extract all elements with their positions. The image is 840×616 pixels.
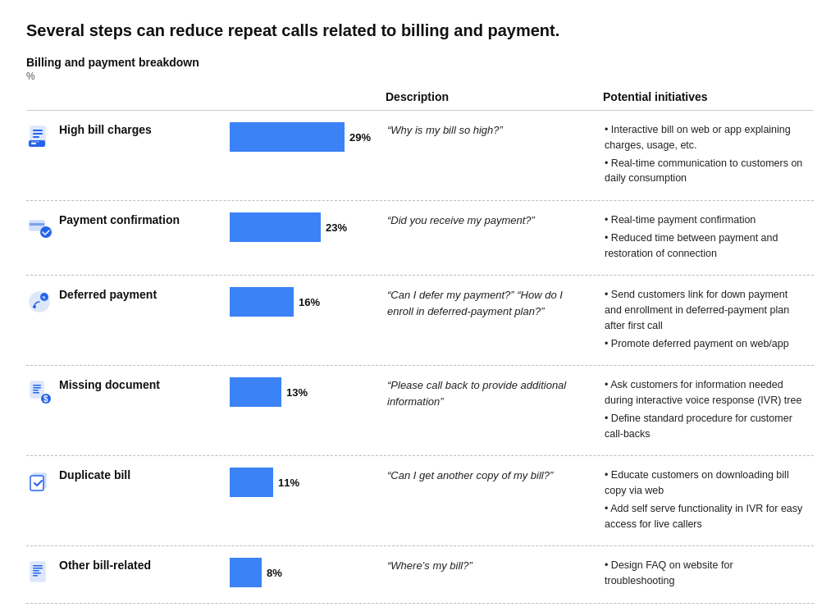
bar-pct-other-bill-related: 8% — [267, 567, 282, 579]
svg-rect-23 — [33, 565, 43, 567]
duplicate-icon — [26, 469, 52, 495]
row-label-text-missing-document: Missing document — [59, 377, 160, 392]
desc-duplicate-bill: “Can I get another copy of my bill?” — [379, 464, 596, 487]
svg-rect-3 — [33, 136, 39, 138]
svg-rect-15 — [33, 387, 41, 389]
svg-rect-24 — [33, 568, 43, 569]
svg-rect-16 — [33, 390, 39, 391]
desc-payment-confirmation: “Did you receive my payment?” — [379, 209, 596, 232]
other-bill-icon — [26, 559, 52, 586]
svg-point-12 — [33, 305, 36, 308]
initiative-item: Design FAQ on website for troubleshootin… — [605, 558, 806, 589]
table-row: High bill charges29%“Why is my bill so h… — [26, 111, 814, 201]
table-row: Payment confirmation23%“Did you receive … — [26, 201, 814, 276]
bar-cell-high-bill-charges: 29% — [223, 119, 379, 155]
data-table: Description Potential initiatives High b… — [26, 87, 814, 604]
row-label-missing-document: $ Missing document — [26, 374, 223, 408]
column-headers: Description Potential initiatives — [26, 87, 814, 111]
initiatives-deferred-payment: Send customers link for down payment and… — [596, 284, 814, 357]
initiatives-payment-confirmation: Real-time payment confirmationReduced ti… — [596, 209, 814, 267]
svg-rect-21 — [30, 476, 43, 491]
row-label-text-payment-confirmation: Payment confirmation — [59, 212, 180, 227]
section-sub: % — [26, 71, 814, 82]
svg-rect-8 — [30, 223, 44, 226]
bar-duplicate-bill — [230, 468, 273, 497]
deferred-icon — [26, 289, 52, 315]
row-label-text-other-bill-related: Other bill-related — [59, 558, 151, 573]
bar-pct-duplicate-bill: 11% — [278, 477, 299, 489]
initiative-item: Interactive bill on web or app explainin… — [605, 122, 806, 153]
bar-pct-payment-confirmation: 23% — [326, 221, 347, 234]
col-header-initiatives: Potential initiatives — [596, 87, 814, 107]
svg-rect-22 — [30, 562, 45, 582]
missing-doc-icon: $ — [26, 379, 52, 405]
section-header: Billing and payment breakdown — [26, 56, 814, 69]
svg-rect-1 — [33, 130, 43, 131]
row-label-deferred-payment: Deferred payment — [26, 284, 223, 318]
initiative-item: Ask customers for information needed dur… — [605, 377, 806, 408]
bar-cell-payment-confirmation: 23% — [223, 209, 379, 245]
row-label-payment-confirmation: Payment confirmation — [26, 209, 223, 244]
desc-missing-document: “Please call back to provide additional … — [379, 374, 596, 413]
desc-high-bill-charges: “Why is my bill so high?” — [379, 119, 596, 142]
row-label-text-high-bill-charges: High bill charges — [59, 122, 152, 137]
initiatives-missing-document: Ask customers for information needed dur… — [596, 374, 814, 447]
page-title: Several steps can reduce repeat calls re… — [26, 20, 765, 41]
bar-pct-high-bill-charges: 29% — [349, 131, 371, 144]
initiative-item: Promote deferred payment on web/app — [605, 336, 806, 352]
row-label-text-deferred-payment: Deferred payment — [59, 287, 157, 302]
bar-cell-other-bill-related: 8% — [223, 554, 379, 591]
initiatives-high-bill-charges: Interactive bill on web or app explainin… — [596, 119, 814, 192]
initiative-item: Real-time communication to customers on … — [605, 156, 806, 187]
bar-payment-confirmation — [230, 212, 321, 242]
svg-rect-6 — [31, 142, 39, 143]
svg-rect-5 — [31, 143, 36, 144]
rows-container: High bill charges29%“Why is my bill so h… — [26, 111, 814, 604]
initiatives-duplicate-bill: Educate customers on downloading bill co… — [596, 464, 814, 537]
bar-cell-deferred-payment: 16% — [223, 284, 379, 320]
bar-high-bill-charges — [230, 122, 345, 152]
payment-icon — [26, 214, 52, 240]
svg-rect-2 — [33, 133, 43, 135]
svg-point-9 — [40, 226, 52, 238]
table-row: Other bill-related8%“Where’s my bill?”De… — [26, 546, 814, 604]
initiative-item: Define standard procedure for customer c… — [605, 411, 806, 442]
row-label-high-bill-charges: High bill charges — [26, 119, 223, 153]
bar-other-bill-related — [230, 558, 262, 587]
initiatives-other-bill-related: Design FAQ on website for troubleshootin… — [596, 554, 814, 595]
bar-pct-deferred-payment: 16% — [299, 296, 320, 308]
svg-rect-25 — [33, 570, 39, 572]
svg-rect-27 — [33, 575, 38, 577]
bill-icon — [26, 124, 52, 150]
row-label-text-duplicate-bill: Duplicate bill — [59, 468, 130, 482]
desc-deferred-payment: “Can I defer my payment?” “How do I enro… — [379, 284, 596, 322]
bar-deferred-payment — [230, 287, 294, 317]
desc-other-bill-related: “Where’s my bill?” — [379, 554, 596, 577]
bar-pct-missing-document: 13% — [286, 386, 308, 399]
table-row: $ Missing document13%“Please call back t… — [26, 366, 814, 456]
initiative-item: Add self serve functionality in IVR for … — [605, 501, 806, 532]
table-row: Deferred payment16%“Can I defer my payme… — [26, 276, 814, 366]
table-row: Duplicate bill11%“Can I get another copy… — [26, 456, 814, 546]
svg-rect-17 — [33, 392, 39, 394]
bar-cell-duplicate-bill: 11% — [223, 464, 379, 500]
initiative-item: Educate customers on downloading bill co… — [605, 468, 806, 499]
row-label-other-bill-related: Other bill-related — [26, 554, 223, 589]
bar-cell-missing-document: 13% — [223, 374, 379, 410]
svg-text:$: $ — [43, 395, 48, 404]
bar-missing-document — [230, 377, 281, 407]
svg-rect-26 — [33, 573, 41, 574]
col-header-category — [26, 87, 223, 107]
col-header-description: Description — [379, 87, 596, 107]
row-label-duplicate-bill: Duplicate bill — [26, 464, 223, 499]
col-header-chart — [223, 87, 379, 107]
initiative-item: Send customers link for down payment and… — [605, 287, 806, 333]
svg-rect-14 — [33, 385, 41, 386]
initiative-item: Real-time payment confirmation — [605, 212, 806, 228]
initiative-item: Reduced time between payment and restora… — [605, 230, 806, 262]
